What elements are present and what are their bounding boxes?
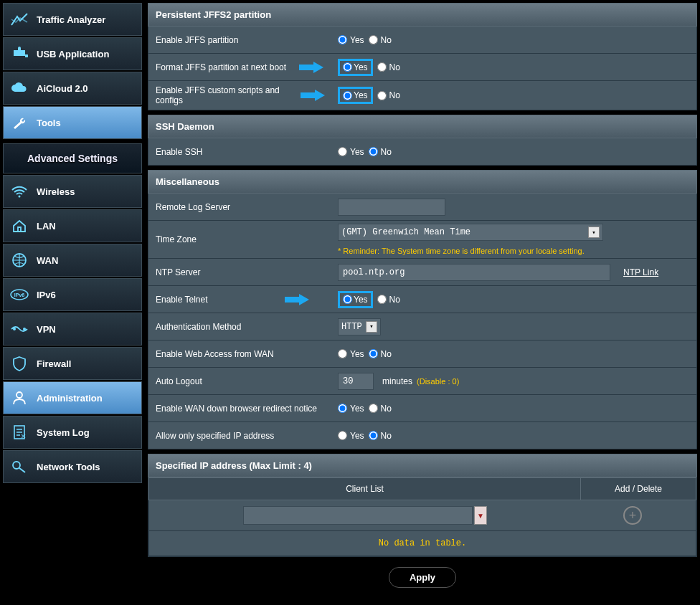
nav-label: IPv6 [37,290,56,300]
row-wan-down: Enable WAN down browser redirect notice … [148,395,697,422]
radio-format-jffs-yes[interactable]: Yes [338,59,373,76]
col-add-delete: Add / Delete [581,478,696,500]
no-data-message: No data in table. [148,531,696,556]
log-icon [9,424,29,441]
jffs-section-title: Persistent JFFS2 partition [148,3,697,27]
label-wan-down: Enable WAN down browser redirect notice [148,399,334,418]
radio-telnet-no[interactable]: No [377,295,400,305]
svg-point-8 [13,462,20,469]
radio-enable-ssh-yes[interactable]: Yes [338,147,364,157]
row-timezone: Time Zone (GMT) Greenwich Mean Time ▾ * … [148,221,697,259]
auto-logout-hint: (Disable : 0) [417,377,459,386]
label-enable-ssh: Enable SSH [148,143,334,161]
label-telnet: Enable Telnet [156,295,208,305]
globe-icon [9,252,29,269]
arrow-icon [285,294,309,305]
sidebar-item-system-log[interactable]: System Log [3,416,142,449]
label-auth-method: Authentication Method [148,318,334,336]
radio-jffs-scripts-no[interactable]: No [377,90,400,100]
nav-label: Network Tools [37,462,100,472]
ip-table: Client List Add / Delete ▼ + No data in … [148,477,697,557]
timezone-hint: * Reminder: The System time zone is diff… [338,247,585,255]
radio-telnet-yes[interactable]: Yes [338,291,373,308]
arrow-icon [301,90,323,101]
radio-jffs-scripts-yes[interactable]: Yes [338,87,373,104]
svg-point-6 [16,392,22,398]
radio-enable-ssh-no[interactable]: No [369,147,392,157]
ipv6-icon: IPv6 [9,286,29,303]
row-enable-jffs: Enable JFFS partition Yes No [148,27,697,54]
sidebar: Traffic Analyzer USB Application AiCloud… [3,3,142,592]
nav-label: LAN [37,221,56,232]
sidebar-item-vpn[interactable]: VPN [3,313,142,346]
sidebar-item-firewall[interactable]: Firewall [3,347,142,380]
row-jffs-scripts: Enable JFFS custom scripts and configs Y… [148,81,697,110]
apply-button[interactable]: Apply [389,567,456,588]
sidebar-item-administration[interactable]: Administration [3,381,142,414]
label-ntp: NTP Server [148,263,334,282]
ssh-section-title: SSH Daemon [148,115,697,138]
chevron-down-icon: ▾ [588,227,600,238]
radio-wan-down-no[interactable]: No [369,404,392,414]
sidebar-item-wan[interactable]: WAN [3,244,142,277]
row-enable-ssh: Enable SSH Yes No [148,138,697,166]
radio-enable-jffs-yes[interactable]: Yes [338,35,364,45]
sidebar-item-lan[interactable]: LAN [3,209,142,242]
sidebar-item-traffic-analyzer[interactable]: Traffic Analyzer [3,3,142,36]
nav-label: WAN [37,255,58,266]
label-jffs-scripts: Enable JFFS custom scripts and configs [156,85,301,105]
radio-format-jffs-no[interactable]: No [377,62,400,72]
client-ip-input[interactable] [243,506,473,525]
svg-point-4 [13,328,16,330]
nav-label: Administration [37,393,103,404]
wrench-icon [9,114,29,131]
radio-web-wan-yes[interactable]: Yes [338,349,364,359]
timezone-select[interactable]: (GMT) Greenwich Mean Time ▾ [338,224,603,241]
nettools-icon [9,458,29,475]
radio-web-wan-no[interactable]: No [369,349,392,359]
sidebar-item-aicloud[interactable]: AiCloud 2.0 [3,72,142,105]
radio-spec-ip-no[interactable]: No [369,431,392,441]
sidebar-item-usb-application[interactable]: USB Application [3,37,142,70]
sidebar-item-network-tools[interactable]: Network Tools [3,450,142,483]
content: Persistent JFFS2 partition Enable JFFS p… [148,3,697,592]
svg-point-5 [23,328,26,330]
client-dropdown-button[interactable]: ▼ [474,506,487,525]
nav-label: VPN [37,324,56,335]
sidebar-item-tools[interactable]: Tools [3,106,142,139]
nav-label: USB Application [37,49,109,59]
chart-icon [9,11,29,28]
nav-label: Wireless [37,186,75,197]
auth-method-select[interactable]: HTTP ▾ [338,318,381,335]
sidebar-item-wireless[interactable]: Wireless [3,175,142,208]
label-timezone: Time Zone [148,230,334,249]
row-web-wan: Enable Web Access from WAN Yes No [148,340,697,368]
radio-enable-jffs-no[interactable]: No [369,35,392,45]
nav-label: Traffic Analyzer [37,14,105,25]
home-icon [9,217,29,234]
sidebar-item-ipv6[interactable]: IPv6 IPv6 [3,278,142,311]
remote-log-input[interactable] [338,199,445,216]
chevron-down-icon: ▾ [366,321,377,333]
add-ip-button[interactable]: + [623,506,642,525]
row-remote-log: Remote Log Server [148,194,697,221]
ntp-link[interactable]: NTP Link [623,267,658,277]
shield-icon [9,355,29,372]
row-ntp: NTP Server NTP Link [148,259,697,286]
label-remote-log: Remote Log Server [148,198,334,216]
col-client-list: Client List [149,478,581,500]
vpn-icon [9,320,29,338]
svg-point-0 [19,196,21,198]
radio-spec-ip-yes[interactable]: Yes [338,431,364,441]
nav-label: System Log [37,427,90,438]
auto-logout-input[interactable] [338,373,374,390]
minutes-label: minutes [382,376,412,386]
label-web-wan: Enable Web Access from WAN [148,345,334,363]
label-spec-ip: Allow only specified IP address [148,427,334,445]
arrow-icon [299,62,323,73]
row-auth-method: Authentication Method HTTP ▾ [148,313,697,340]
ntp-input[interactable] [338,264,610,281]
radio-wan-down-yes[interactable]: Yes [338,404,364,414]
cloud-icon [9,80,29,97]
row-spec-ip: Allow only specified IP address Yes No [148,422,697,449]
